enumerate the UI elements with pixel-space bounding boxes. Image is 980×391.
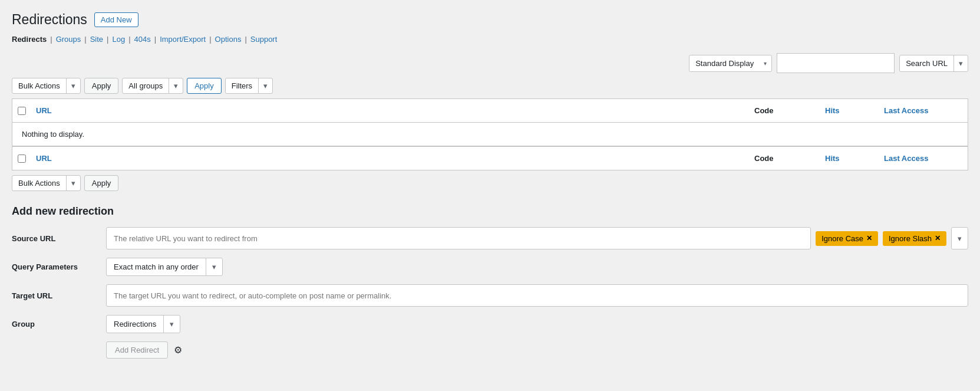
nav-link-import-export[interactable]: Import/Export bbox=[160, 35, 206, 44]
apply-groups-button[interactable]: Apply bbox=[187, 78, 222, 94]
page-title: Redirections bbox=[12, 12, 87, 28]
add-redirection-form: Source URL Ignore Case ✕ Ignore Slash ✕ … bbox=[12, 227, 968, 359]
table-empty-message: Nothing to display. bbox=[12, 123, 968, 146]
display-select[interactable]: Standard Display bbox=[689, 55, 771, 71]
header-url[interactable]: URL bbox=[31, 104, 750, 117]
group-row: Group Redirections ▾ bbox=[12, 315, 968, 333]
ignore-case-close-icon[interactable]: ✕ bbox=[866, 234, 872, 242]
add-redirect-button[interactable]: Add Redirect bbox=[106, 341, 168, 359]
ignore-slash-label: Ignore Slash bbox=[889, 234, 932, 243]
display-dropdown[interactable]: Standard Display ▾ bbox=[689, 55, 772, 72]
filters-dropdown[interactable]: Filters ▾ bbox=[225, 78, 273, 94]
search-url-input[interactable] bbox=[777, 53, 895, 73]
filters-label: Filters bbox=[226, 78, 258, 93]
group-chevron-icon[interactable]: ▾ bbox=[163, 316, 180, 333]
top-bulk-actions-label: Bulk Actions bbox=[12, 78, 66, 93]
footer-checkbox-cell bbox=[12, 152, 31, 165]
header-last-access[interactable]: Last Access bbox=[879, 104, 968, 117]
bottom-apply-button[interactable]: Apply bbox=[84, 175, 119, 191]
bottom-toolbar: Bulk Actions ▾ Apply bbox=[12, 175, 968, 191]
bottom-bulk-actions-dropdown[interactable]: Bulk Actions ▾ bbox=[12, 175, 81, 191]
footer-last-access[interactable]: Last Access bbox=[879, 152, 968, 165]
top-bulk-actions-chevron-icon[interactable]: ▾ bbox=[66, 78, 80, 93]
query-params-value: Exact match in any order bbox=[107, 258, 206, 275]
add-new-button[interactable]: Add New bbox=[94, 12, 138, 27]
group-dropdown[interactable]: Redirections ▾ bbox=[106, 315, 180, 333]
header-code: Code bbox=[750, 104, 820, 117]
add-redirection-title: Add new redirection bbox=[12, 205, 968, 218]
all-groups-dropdown[interactable]: All groups ▾ bbox=[122, 78, 183, 94]
top-controls-row: Standard Display ▾ Search URL ▾ bbox=[12, 53, 968, 73]
search-url-chevron-icon[interactable]: ▾ bbox=[953, 55, 968, 71]
ignore-slash-tag[interactable]: Ignore Slash ✕ bbox=[883, 231, 946, 246]
source-url-row: Source URL Ignore Case ✕ Ignore Slash ✕ … bbox=[12, 227, 968, 249]
ignore-case-tag[interactable]: Ignore Case ✕ bbox=[816, 231, 878, 246]
nav-link-site[interactable]: Site bbox=[90, 35, 103, 44]
query-params-chevron-icon[interactable]: ▾ bbox=[206, 258, 222, 275]
top-bulk-actions-dropdown[interactable]: Bulk Actions ▾ bbox=[12, 78, 81, 94]
nav-link-404s[interactable]: 404s bbox=[134, 35, 151, 44]
target-url-input[interactable] bbox=[106, 284, 968, 307]
footer-select-all-checkbox[interactable] bbox=[18, 155, 26, 163]
target-url-label: Target URL bbox=[12, 291, 106, 300]
bottom-bulk-actions-label: Bulk Actions bbox=[12, 176, 66, 190]
target-url-row: Target URL bbox=[12, 284, 968, 307]
header-hits[interactable]: Hits bbox=[820, 104, 879, 117]
header-checkbox-cell bbox=[12, 104, 31, 117]
nav-link-support[interactable]: Support bbox=[250, 35, 278, 44]
group-value: Redirections bbox=[107, 316, 163, 333]
table-footer: URL Code Hits Last Access bbox=[12, 146, 968, 170]
ignore-slash-close-icon[interactable]: ✕ bbox=[935, 234, 941, 242]
source-url-label: Source URL bbox=[12, 234, 106, 243]
source-url-input[interactable] bbox=[106, 227, 811, 249]
query-params-dropdown[interactable]: Exact match in any order ▾ bbox=[106, 258, 223, 276]
table-header: URL Code Hits Last Access bbox=[12, 99, 968, 123]
bottom-bulk-actions-chevron-icon[interactable]: ▾ bbox=[66, 176, 80, 190]
all-groups-label: All groups bbox=[123, 78, 169, 93]
all-groups-chevron-icon[interactable]: ▾ bbox=[169, 78, 183, 93]
group-label: Group bbox=[12, 320, 106, 328]
filters-chevron-icon[interactable]: ▾ bbox=[258, 78, 272, 93]
settings-gear-icon[interactable]: ⚙ bbox=[174, 344, 182, 356]
source-url-options-chevron-icon[interactable]: ▾ bbox=[951, 227, 968, 249]
nav-links: Redirects | Groups | Site | Log | 404s |… bbox=[12, 35, 968, 44]
nav-current: Redirects bbox=[12, 35, 47, 44]
search-url-dropdown[interactable]: Search URL ▾ bbox=[899, 55, 968, 72]
add-redirect-row: Add Redirect ⚙ bbox=[12, 341, 968, 359]
ignore-case-label: Ignore Case bbox=[821, 234, 863, 243]
nav-link-groups[interactable]: Groups bbox=[56, 35, 81, 44]
search-url-label: Search URL bbox=[900, 55, 953, 71]
top-apply-button[interactable]: Apply bbox=[84, 78, 119, 94]
footer-hits[interactable]: Hits bbox=[820, 152, 879, 165]
nav-link-options[interactable]: Options bbox=[215, 35, 242, 44]
query-params-label: Query Parameters bbox=[12, 262, 106, 271]
nav-link-log[interactable]: Log bbox=[112, 35, 125, 44]
top-toolbar: Bulk Actions ▾ Apply All groups ▾ Apply … bbox=[12, 78, 968, 94]
redirects-table: URL Code Hits Last Access Nothing to dis… bbox=[12, 98, 968, 170]
select-all-checkbox[interactable] bbox=[18, 107, 26, 115]
footer-code: Code bbox=[750, 152, 820, 165]
footer-url[interactable]: URL bbox=[31, 152, 750, 165]
query-params-row: Query Parameters Exact match in any orde… bbox=[12, 258, 968, 276]
